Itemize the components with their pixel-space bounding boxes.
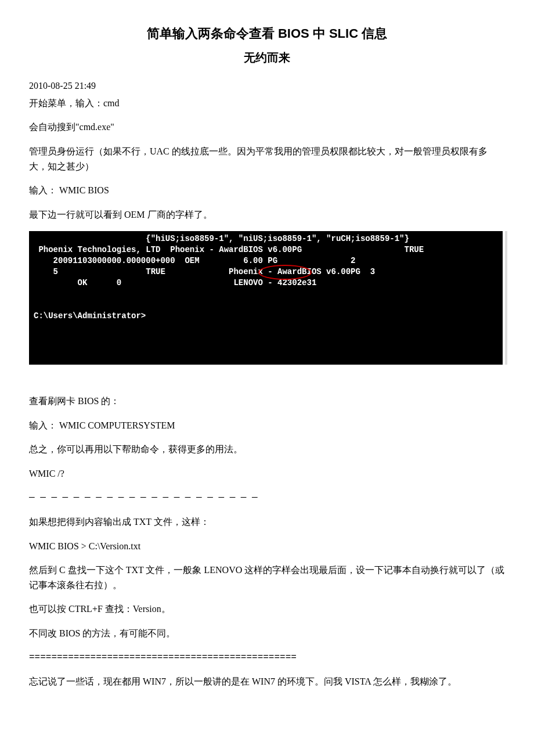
page-subtitle: 无约而来 bbox=[29, 48, 505, 67]
paragraph-more: 总之，你可以再用以下帮助命令，获得更多的用法。 bbox=[29, 442, 505, 457]
terminal-line: 20091103000000.000000+000 OEM 6.00 PG 2 bbox=[34, 256, 356, 265]
paragraph-input1: 输入： WMIC BIOS bbox=[29, 183, 505, 198]
paragraph-wmic-help: WMIC /? bbox=[29, 466, 505, 481]
terminal-line: {"hiUS;iso8859-1", "niUS;iso8859-1", "ru… bbox=[34, 234, 409, 243]
paragraph-forgot: 忘记说了一些话，现在都用 WIN7，所以一般讲的是在 WIN7 的环境下。问我 … bbox=[29, 674, 505, 689]
paragraph-cmd-out: WMIC BIOS > C:\Version.txt bbox=[29, 539, 505, 554]
paragraph-cdrive: 然后到 C 盘找一下这个 TXT 文件，一般象 LENOVO 这样的字样会出现最… bbox=[29, 563, 505, 592]
paragraph-search: 会自动搜到"cmd.exe" bbox=[29, 120, 505, 135]
paragraph-diff: 不同改 BIOS 的方法，有可能不同。 bbox=[29, 626, 505, 641]
paragraph-ctrlf: 也可以按 CTRL+F 查找：Version。 bbox=[29, 602, 505, 617]
dash-separator: — — — — — — — — — — — — — — — — — — — — … bbox=[29, 491, 505, 506]
terminal-line: OK 0 LENOVO - 42302e31 bbox=[34, 278, 316, 287]
paragraph-lastline: 最下边一行就可以看到 OEM 厂商的字样了。 bbox=[29, 207, 505, 222]
paragraph-start: 开始菜单，输入：cmd bbox=[29, 96, 505, 111]
paragraph-nic: 查看刷网卡 BIOS 的： bbox=[29, 394, 505, 409]
paragraph-admin: 管理员身份运行（如果不行，UAC 的线拉底一些。因为平常我用的管理员权限都比较大… bbox=[29, 144, 505, 174]
terminal-line: Phoenix Technologies, LTD Phoenix - Awar… bbox=[34, 245, 424, 254]
paragraph-input2: 输入： WMIC COMPUTERSYSTEM bbox=[29, 418, 505, 433]
timestamp: 2010-08-25 21:49 bbox=[29, 78, 505, 93]
paragraph-txt: 如果想把得到内容输出成 TXT 文件，这样： bbox=[29, 514, 505, 530]
terminal-prompt: C:\Users\Administrator> bbox=[34, 311, 146, 321]
page-title: 简单输入两条命令查看 BIOS 中 SLIC 信息 bbox=[29, 23, 505, 44]
terminal-screenshot: {"hiUS;iso8859-1", "niUS;iso8859-1", "ru… bbox=[29, 231, 505, 365]
terminal-line: 5 TRUE Phoenix - AwardBIOS v6.00PG 3 bbox=[34, 267, 375, 276]
equals-separator: ========================================… bbox=[29, 650, 505, 665]
